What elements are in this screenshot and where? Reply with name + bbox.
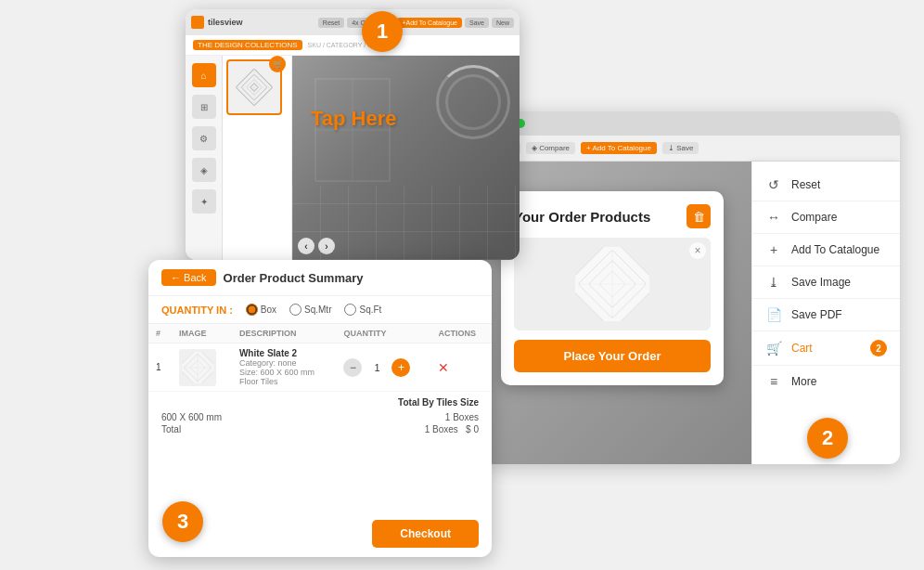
- qty-minus-btn[interactable]: −: [343, 358, 362, 377]
- qty-box-radio[interactable]: [246, 304, 258, 316]
- logo-icon: [191, 16, 204, 29]
- panel1-logo: tilesview: [191, 16, 243, 29]
- more-icon: ≡: [765, 374, 782, 389]
- panel1-topbar: tilesview Reset 4x Catalogue +Add To Cat…: [186, 9, 520, 35]
- reset-icon: ↺: [765, 177, 782, 192]
- back-btn[interactable]: ← Back: [161, 269, 216, 286]
- panel1-room-view: ‹ ›: [292, 56, 520, 260]
- order-table: # IMAGE DESCRIPTION QUANTITY ACTIONS 1: [148, 324, 492, 392]
- tile-image-thumb: [179, 349, 216, 386]
- sidebar-icon-home[interactable]: ⌂: [192, 63, 216, 87]
- panel3-title: Order Product Summary: [224, 271, 364, 285]
- qty-box[interactable]: Box: [246, 304, 276, 316]
- cart-icon-badge: 🛒: [269, 56, 286, 72]
- th-image: IMAGE: [172, 324, 232, 343]
- nav-next[interactable]: ›: [318, 238, 335, 254]
- tile-type: Floor Tiles: [239, 377, 329, 386]
- action-save[interactable]: ⤓ Save: [662, 142, 699, 154]
- pdf-icon: 📄: [765, 307, 782, 322]
- th-num: #: [148, 324, 172, 343]
- menu-item-save-pdf[interactable]: 📄 Save PDF: [752, 299, 900, 331]
- row-image: [172, 343, 232, 392]
- room-background: ‹ ›: [292, 56, 520, 260]
- panel3-header: ← Back Order Product Summary: [148, 260, 492, 296]
- qty-sqft[interactable]: Sq.Ft: [344, 304, 381, 316]
- row-actions: ✕: [430, 343, 492, 392]
- trash-icon-btn[interactable]: 🗑: [687, 204, 711, 228]
- totals-title: Total By Tiles Size: [161, 397, 479, 408]
- tile-thumbnail[interactable]: 🛒: [226, 59, 282, 115]
- tile-small-svg: [182, 352, 213, 383]
- nav-design[interactable]: THE DESIGN COLLECTIONS: [193, 40, 302, 50]
- delete-btn[interactable]: ✕: [438, 360, 449, 375]
- cart-badge: 2: [870, 340, 887, 356]
- row-qty: − 1 +: [336, 343, 430, 392]
- bottom-nav: ‹ ›: [298, 238, 335, 254]
- row-num: 1: [148, 343, 172, 392]
- th-description: DESCRIPTION: [232, 324, 337, 343]
- panel2-browser: Reset ◈ Compare + Add To Catalogue ⤓ Sav…: [482, 111, 900, 464]
- sidebar-icon-settings[interactable]: ⚙: [192, 126, 216, 150]
- nav-path: SKU / CATEGORY / ...: [308, 42, 373, 48]
- add-catalogue-btn[interactable]: +Add To Catalogue: [397, 18, 462, 28]
- sidebar-icon-palette[interactable]: ◈: [192, 158, 216, 182]
- panel2-action-bar: Reset ◈ Compare + Add To Catalogue ⤓ Sav…: [482, 136, 900, 162]
- totals-section: Total By Tiles Size 600 X 600 mm 1 Boxes…: [148, 392, 492, 441]
- tile-size: Size: 600 X 600 mm: [239, 368, 329, 377]
- panel1-tilesview: tilesview Reset 4x Catalogue +Add To Cat…: [186, 9, 520, 260]
- menu-item-cart[interactable]: 🛒 Cart 2: [752, 331, 900, 366]
- tile-name: White Slate 2: [239, 348, 329, 358]
- save-image-icon: ⤓: [765, 275, 782, 290]
- checkout-section: Checkout: [372, 520, 479, 548]
- step-1-circle: 1: [362, 11, 403, 52]
- qty-sqmtr-radio[interactable]: [289, 304, 302, 316]
- sidebar-icon-tools[interactable]: ✦: [192, 189, 216, 214]
- close-btn[interactable]: ×: [689, 242, 706, 259]
- menu-item-compare[interactable]: ↔ Compare: [752, 201, 900, 234]
- qty-label: QUANTITY IN :: [161, 304, 233, 316]
- order-popup-title: Your Order Products: [514, 209, 650, 225]
- menu-item-more[interactable]: ≡ More: [752, 366, 900, 397]
- nav-prev[interactable]: ‹: [298, 238, 314, 254]
- action-add-catalogue[interactable]: + Add To Catalogue: [581, 142, 657, 154]
- save-btn[interactable]: Save: [465, 18, 489, 28]
- qty-sqmtr[interactable]: Sq.Mtr: [289, 304, 331, 316]
- order-tile-diamond: [575, 247, 649, 321]
- panel1-topbar-btns: Reset 4x Catalogue +Add To Catalogue Sav…: [318, 18, 514, 28]
- order-popup: Your Order Products 🗑 × Place Your Order: [501, 191, 724, 385]
- th-quantity: QUANTITY: [336, 324, 430, 343]
- th-actions: ACTIONS: [430, 324, 492, 343]
- cart-icon: 🛒: [765, 341, 782, 356]
- add-icon: +: [765, 242, 782, 257]
- qty-section: QUANTITY IN : Box Sq.Mtr Sq.Ft: [148, 296, 492, 324]
- panel2-room-view: Your Order Products 🗑 × Place Your Order: [482, 162, 751, 464]
- panel1-nav: THE DESIGN COLLECTIONS SKU / CATEGORY / …: [186, 35, 520, 56]
- checkout-btn[interactable]: Checkout: [372, 520, 479, 548]
- panel1-body: ⌂ ⊞ ⚙ ◈ ✦ 🛒: [186, 56, 520, 260]
- total-label-1: 600 X 600 mm: [161, 412, 222, 422]
- qty-control: − 1 +: [343, 358, 423, 377]
- total-val-2: 1 Boxes $ 0: [423, 424, 479, 434]
- total-val-1: 1 Boxes: [423, 412, 479, 422]
- reset-btn[interactable]: Reset: [318, 18, 344, 28]
- order-popup-header: Your Order Products 🗑: [514, 204, 711, 228]
- tile-diamond-svg: [234, 67, 275, 108]
- panel2-body: Your Order Products 🗑 × Place Your Order: [482, 162, 900, 464]
- tap-here-label: Tap Here: [311, 107, 397, 131]
- menu-item-add-catalogue[interactable]: + Add To Catalogue: [752, 234, 900, 266]
- menu-item-save-image[interactable]: ⤓ Save Image: [752, 266, 900, 299]
- menu-item-reset[interactable]: ↺ Reset: [752, 169, 900, 201]
- action-compare[interactable]: ◈ Compare: [526, 142, 575, 154]
- qty-value: 1: [366, 362, 388, 373]
- tile-category: Category: none: [239, 358, 329, 368]
- panel2-topbar: [482, 111, 900, 136]
- qty-plus-btn[interactable]: +: [391, 358, 410, 377]
- step-2-circle: 2: [807, 418, 848, 459]
- step-3-circle: 3: [162, 501, 203, 542]
- qty-sqft-radio[interactable]: [344, 304, 356, 316]
- new-btn[interactable]: New: [492, 18, 514, 28]
- total-row-1: 600 X 600 mm 1 Boxes: [161, 411, 479, 423]
- sidebar-icon-layers[interactable]: ⊞: [192, 95, 216, 119]
- place-order-btn[interactable]: Place Your Order: [514, 340, 711, 372]
- table-header-row: # IMAGE DESCRIPTION QUANTITY ACTIONS: [148, 324, 492, 343]
